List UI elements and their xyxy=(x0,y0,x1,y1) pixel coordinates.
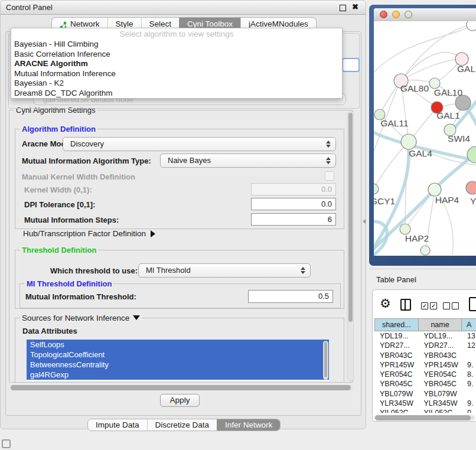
table-scrollbar-thumb[interactable] xyxy=(375,415,471,420)
attribute-list-item[interactable]: SelfLoops xyxy=(27,340,329,350)
table-cell: 8. xyxy=(462,370,476,379)
deselect-all-checkbox-icon[interactable] xyxy=(443,302,450,309)
sources-group-title[interactable]: Sources for Network Inference xyxy=(20,314,142,322)
cyni-toolbox-content: galFiltered.sif default node Select algo… xyxy=(5,31,361,416)
table-row[interactable]: YER054CYER054C8. xyxy=(374,370,476,379)
algorithm-option[interactable]: Dream8 DC_TDC Algorithm xyxy=(11,89,342,99)
algorithm-option[interactable]: Basic Correlation Inference xyxy=(11,50,342,60)
algorithm-dropdown-placeholder: Select algorithm to view settings xyxy=(11,28,342,40)
node-label: GAL4 xyxy=(409,148,432,158)
which-threshold-combo[interactable]: MI Threshold xyxy=(138,263,311,278)
tab-infer-network[interactable]: Infer Network xyxy=(217,419,280,431)
table-row[interactable]: YIL052CYIL052C0. xyxy=(374,408,476,413)
apply-button[interactable]: Apply xyxy=(160,394,200,407)
table-row[interactable]: YLR345WYLR345W9. xyxy=(374,399,476,408)
float-window-icon[interactable] xyxy=(340,5,346,11)
table-cell: 13 xyxy=(462,331,476,341)
combo-spinner-icon xyxy=(300,266,305,275)
document-icon[interactable] xyxy=(469,297,476,311)
network-node[interactable] xyxy=(428,183,441,196)
aracne-mode-combo[interactable]: Discovery xyxy=(63,137,336,151)
table-cell: YIL052C xyxy=(374,408,419,413)
close-icon[interactable]: ✖ xyxy=(352,2,358,11)
table-cell: YDL19... xyxy=(419,331,462,341)
table-cell: YBR045C xyxy=(374,379,419,389)
threshold-definition-title: Threshold Definition xyxy=(20,246,98,255)
table-cell: YDR27... xyxy=(374,341,419,350)
node-label: Y xyxy=(470,196,476,206)
attribute-list-item[interactable]: gal4RGexp xyxy=(27,370,329,380)
mi-algorithm-type-combo[interactable]: Naive Bayes xyxy=(160,154,336,168)
table-column-header[interactable]: shared... xyxy=(374,318,419,331)
node-label: HAP4 xyxy=(435,195,459,205)
algorithm-option[interactable]: Bayesian - K2 xyxy=(11,79,342,89)
mi-steps-label: Mutual Information Steps: xyxy=(24,216,119,224)
manual-kernel-width-label: Manual Kernel Width Definition xyxy=(22,172,135,181)
sources-group: Sources for Network Inference Data Attri… xyxy=(15,318,344,383)
data-attributes-list[interactable]: SelfLoopsTopologicalCoefficientBetweenne… xyxy=(27,340,329,381)
select-all-checkbox-icon[interactable]: ✓ xyxy=(430,302,437,309)
minimize-traffic-light-icon[interactable] xyxy=(392,11,400,18)
tab-impute-data[interactable]: Impute Data xyxy=(88,419,147,431)
mi-steps-field[interactable]: 6 xyxy=(251,213,336,226)
algorithm-option[interactable]: ARACNE Algorithm xyxy=(11,59,342,69)
data-attributes-label: Data Attributes xyxy=(22,327,77,335)
splitter-collapse-icon[interactable] xyxy=(363,219,366,224)
table-cell xyxy=(462,351,476,360)
select-all-checkbox-icon[interactable]: ✓ xyxy=(421,302,428,309)
table-row[interactable]: YDL19...YDL19...13 xyxy=(374,331,476,341)
close-traffic-light-icon[interactable] xyxy=(380,11,387,18)
network-canvas[interactable]: GALGAL80GAL10GAL1GAL11SWI4GAL4GCY1HAP4YH… xyxy=(374,21,476,256)
network-node[interactable] xyxy=(374,184,379,194)
network-edge[interactable] xyxy=(405,190,435,229)
dock-panel-icon[interactable] xyxy=(2,439,11,448)
table-horizontal-scrollbar[interactable] xyxy=(374,415,475,420)
table-row[interactable]: YPR145WYPR145W9. xyxy=(374,360,476,370)
algorithm-option[interactable]: Mutual Information Inference xyxy=(11,69,342,79)
tab-discretize-data[interactable]: Discretize Data xyxy=(147,419,217,431)
table-row[interactable]: YBR045CYBR045C9. xyxy=(374,379,476,389)
network-node[interactable] xyxy=(420,246,430,255)
table-row[interactable]: YBL079WYBL079W xyxy=(374,389,476,399)
columns-icon[interactable] xyxy=(400,299,411,311)
network-node[interactable] xyxy=(467,21,476,31)
horizontal-scrollbar-thumb[interactable] xyxy=(11,385,351,390)
attribute-list-item[interactable]: TopologicalCoefficient xyxy=(27,350,329,360)
table-cell: YIL052C xyxy=(419,408,462,413)
hub-transcription-expander[interactable]: Hub/Transcription Factor Definition xyxy=(23,229,155,238)
dpi-tolerance-field[interactable]: 0.0 xyxy=(251,198,336,210)
network-node[interactable] xyxy=(466,181,476,194)
zoom-traffic-light-icon[interactable] xyxy=(405,11,412,18)
attributes-list-scrollbar[interactable] xyxy=(323,341,328,380)
settings-horizontal-scrollbar[interactable] xyxy=(10,385,353,390)
mi-threshold-field[interactable]: 0.5 xyxy=(248,290,333,303)
expander-arrow-down-icon xyxy=(133,315,140,320)
network-view-frame: GALGAL80GAL10GAL1GAL11SWI4GAL4GCY1HAP4YH… xyxy=(369,5,476,266)
table-cell: YER054C xyxy=(374,370,419,379)
expander-arrow-right-icon xyxy=(151,230,155,237)
gear-icon[interactable]: ⚙ xyxy=(380,296,391,311)
control-panel-titlebar: Control Panel ✖ xyxy=(1,1,366,15)
table-cell: YBR045C xyxy=(419,379,462,389)
control-panel-title: Control Panel xyxy=(6,3,53,12)
network-edge[interactable] xyxy=(401,59,462,81)
mi-threshold-definition-title: MI Threshold Definition xyxy=(25,279,113,288)
attribute-list-item[interactable]: BetweennessCentrality xyxy=(27,360,329,370)
network-node[interactable] xyxy=(401,134,416,149)
cyni-bottom-tabbar: Impute DataDiscretize DataInfer Network xyxy=(87,419,281,431)
table-column-header[interactable]: A xyxy=(462,318,476,331)
attributes-scrollbar-thumb[interactable] xyxy=(324,342,327,377)
manual-kernel-width-checkbox[interactable] xyxy=(325,171,334,181)
kernel-width-field[interactable]: 0.0 xyxy=(251,183,336,195)
algorithm-option[interactable]: Bayesian - Hill Climbing xyxy=(11,40,342,50)
node-label: HAP2 xyxy=(405,233,429,243)
table-panel-header: Table Panel xyxy=(369,269,476,289)
table-column-header[interactable]: name xyxy=(419,318,462,331)
deselect-all-checkbox-icon[interactable] xyxy=(452,302,459,309)
settings-vertical-scrollbar[interactable] xyxy=(347,111,354,381)
table-cell: YDL19... xyxy=(374,331,419,341)
table-row[interactable]: YBR043CYBR043C xyxy=(374,351,476,360)
table-row[interactable]: YDR27...YDR27...12 xyxy=(374,341,476,350)
table-rows: YDL19...YDL19...13YDR27...YDR27...12YBR0… xyxy=(374,331,476,413)
settings-scrollbar-thumb[interactable] xyxy=(348,113,353,322)
